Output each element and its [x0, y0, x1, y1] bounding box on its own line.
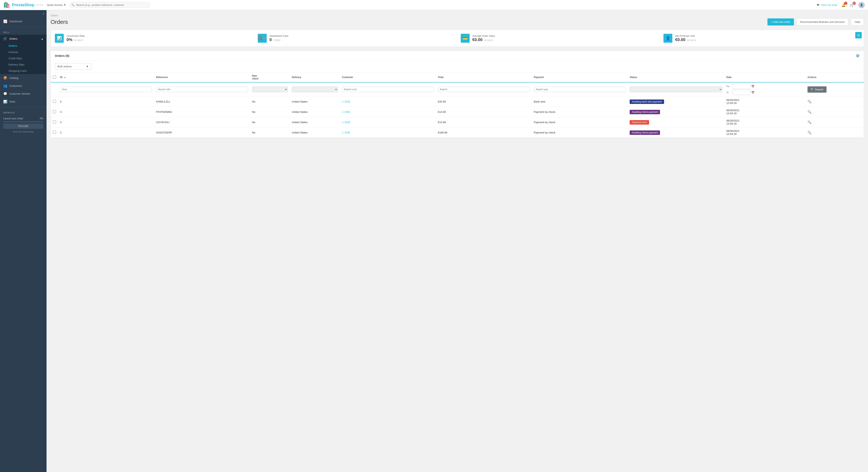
launch-shop-label: Launch your shop! — [3, 117, 23, 120]
row-checkbox-4[interactable] — [53, 110, 56, 113]
order-new-client: No — [250, 117, 290, 127]
bulk-actions-row: Bulk actions ▼ — [51, 61, 864, 72]
order-status: Awaiting check payment — [628, 107, 724, 117]
gear-icon[interactable]: ⚙️ — [856, 54, 860, 58]
bulk-actions-dropdown[interactable]: Bulk actions ▼ — [55, 63, 91, 70]
filter-reference-input[interactable] — [156, 87, 248, 92]
notifications-btn[interactable]: 🔔 7 — [841, 3, 846, 7]
order-status: Payment error — [628, 117, 724, 127]
sidebar-item-customers[interactable]: 👥 Customers — [0, 82, 46, 90]
view-shop-link[interactable]: 👁️ View my shop — [816, 3, 837, 6]
user-avatar[interactable]: 👤 — [858, 2, 865, 8]
row-checkbox-3[interactable] — [53, 120, 56, 124]
net-profit-label: Net Profit per Visit — [675, 35, 696, 37]
filter-payment-input[interactable] — [534, 87, 626, 92]
filter-total-input[interactable] — [438, 87, 530, 92]
sidebar-subitem-delivery-slips[interactable]: Delivery Slips — [0, 61, 46, 68]
order-new-client: No — [250, 127, 290, 138]
recommended-modules-button[interactable]: Recommended Modules and Services — [796, 18, 848, 26]
filter-date-from-input[interactable] — [732, 84, 750, 89]
abandoned-carts-label: Abandoned Carts — [270, 35, 288, 37]
breadcrumb: Orders — [51, 14, 864, 17]
abandoned-carts-value: 0 — [270, 37, 272, 42]
row-checkbox-5[interactable] — [53, 100, 56, 103]
view-order-icon[interactable]: 🔍 — [807, 121, 811, 124]
avg-order-label: Average Order Value — [472, 35, 495, 37]
filter-new-client-select[interactable]: Yes No — [252, 87, 288, 92]
select-all-checkbox[interactable] — [53, 75, 56, 79]
order-id: 2 — [58, 127, 154, 138]
order-delivery: United States — [290, 127, 340, 138]
calendar-from-icon[interactable]: 📅 — [751, 85, 754, 88]
customers-icon: 👥 — [3, 84, 7, 88]
sidebar-item-catalog[interactable]: 📦 Catalog — [0, 74, 46, 82]
sidebar-item-orders[interactable]: 🛒 Orders ▲ — [0, 35, 46, 43]
order-date: 06/30/202112:04:19 — [724, 117, 805, 127]
filter-customer-input[interactable] — [342, 87, 434, 92]
cart-btn[interactable]: 🛒 13 — [850, 3, 854, 7]
table-row: 4 FFATNOMMJ No United States J. DOE €14.… — [51, 107, 864, 117]
order-new-client: No — [250, 96, 290, 107]
avg-order-period: 30 DAYS — [484, 39, 493, 41]
order-new-client: No — [250, 107, 290, 117]
order-date: 06/30/202112:04:19 — [724, 107, 805, 117]
sidebar-subitem-shopping-carts[interactable]: Shopping Carts — [0, 68, 46, 74]
search-filter-row: Yes No — [51, 82, 864, 96]
header-id[interactable]: ID ▲ — [58, 72, 154, 82]
header-actions: Actions — [805, 72, 864, 82]
view-order-icon[interactable]: 🔍 — [807, 100, 811, 103]
sidebar-collapse-btn[interactable]: « — [0, 10, 46, 18]
stop-onboarding-link[interactable]: Stop the OnBoarding — [3, 130, 43, 133]
view-order-icon[interactable]: 🔍 — [807, 131, 811, 134]
add-new-order-button[interactable]: + Add new order — [768, 19, 794, 26]
calendar-to-icon[interactable]: 📅 — [751, 91, 754, 94]
layout: « 📈 Dashboard SELL 🛒 Orders ▲ Orders Inv… — [0, 0, 868, 472]
filter-status-select[interactable] — [630, 87, 722, 92]
filter-id-input[interactable] — [60, 87, 152, 92]
logo-area: 🛍️ PrestaShop 1.7.7.5 — [3, 2, 43, 8]
sidebar-subitem-credit-slips[interactable]: Credit Slips — [0, 55, 46, 61]
conversion-rate-period: 30 DAYS — [74, 39, 83, 41]
app-version: 1.7.7.5 — [36, 4, 43, 6]
header-total: Total — [436, 72, 532, 82]
date-filter: Fro 📅 To 📅 — [726, 84, 803, 95]
sidebar-subitem-invoices[interactable]: Invoices — [0, 49, 46, 55]
table-row: 3 UOYEVOLI No United States J. DOE €14.9… — [51, 117, 864, 127]
table-row: 5 KHWLILZLL No United States J. DOE €20.… — [51, 96, 864, 107]
chevron-down-icon: ▼ — [64, 3, 66, 6]
row-checkbox-2[interactable] — [53, 131, 56, 134]
net-profit-icon: 👤 — [663, 34, 672, 43]
help-button[interactable]: Help — [851, 18, 864, 26]
sidebar-item-stats[interactable]: 📊 Stats — [0, 98, 46, 105]
filter-date-to-input[interactable] — [732, 90, 750, 95]
filter-search-button[interactable]: 🔍 Search — [807, 86, 827, 93]
progress-bar — [3, 121, 43, 122]
customer-service-icon: 💬 — [3, 92, 7, 96]
catalog-icon: 📦 — [3, 76, 7, 80]
orders-table: ID ▲ Reference Newclient Delivery Custom… — [51, 72, 864, 138]
quick-access-btn[interactable]: Quick Access ▼ — [47, 3, 66, 6]
order-customer: J. DOE — [340, 96, 436, 107]
sidebar-item-dashboard[interactable]: 📈 Dashboard — [0, 18, 46, 25]
order-reference: FFATNOMMJ — [154, 107, 250, 117]
launch-progress: 0% — [40, 117, 43, 120]
stat-net-profit: 👤 Net Profit per Visit €0.00 30 DAYS — [663, 34, 860, 43]
filter-delivery-select[interactable] — [292, 87, 338, 92]
dashboard-icon: 📈 — [3, 20, 7, 23]
order-id: 4 — [58, 107, 154, 117]
view-order-icon[interactable]: 🔍 — [807, 110, 811, 114]
order-id: 3 — [58, 117, 154, 127]
sidebar-item-customer-service[interactable]: 💬 Customer Service — [0, 90, 46, 98]
resume-btn[interactable]: RESUME — [3, 124, 43, 129]
page-title: Orders — [51, 19, 765, 25]
search-icon: 🔍 — [811, 88, 814, 91]
sidebar-section-improve: IMPROVE — [0, 109, 46, 115]
orders-table-title: Orders (5) — [55, 54, 69, 57]
order-date: 06/30/202112:04:19 — [724, 127, 805, 138]
sidebar-subitem-orders[interactable]: Orders — [0, 43, 46, 49]
header-checkbox-col — [51, 72, 58, 82]
global-search-input[interactable] — [69, 2, 150, 8]
refresh-button[interactable]: ↻ — [855, 32, 862, 38]
order-total: €14.90 — [436, 117, 532, 127]
abandoned-carts-icon: 🚫🛒 — [258, 34, 267, 43]
